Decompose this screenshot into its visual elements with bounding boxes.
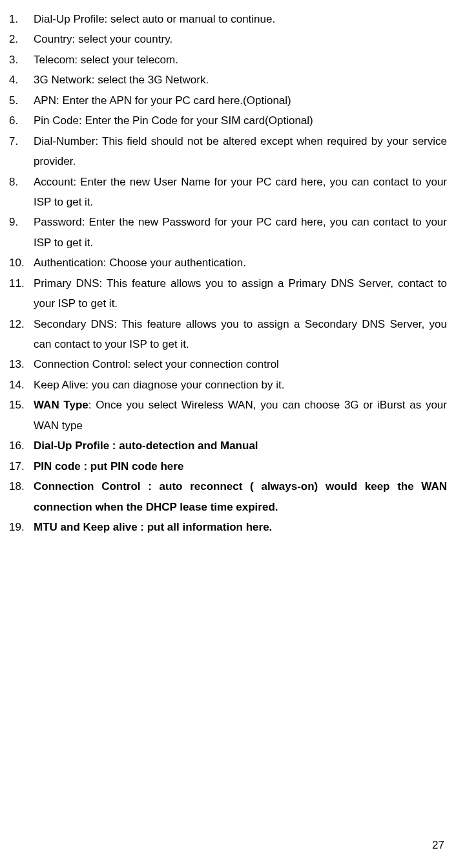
list-item: Secondary DNS: This feature allows you t… [9,314,447,355]
item-text: Country: select your country. [34,29,447,49]
item-text: Pin Code: Enter the Pin Code for your SI… [34,111,447,131]
list-item: Pin Code: Enter the Pin Code for your SI… [9,111,447,131]
item-text: Dial-Up Profile : auto-detection and Man… [34,436,447,456]
item-text: Primary DNS: This feature allows you to … [34,273,447,314]
item-text: Password: Enter the new Password for you… [34,212,447,253]
item-text: Connection Control: select your connecti… [34,354,447,374]
page-number: 27 [432,835,444,855]
wan-type-label: WAN Type [34,399,88,411]
list-item: PIN code : put PIN code here [9,456,447,476]
list-item: 3G Network: select the 3G Network. [9,70,447,90]
list-item: Primary DNS: This feature allows you to … [9,273,447,314]
item-text: PIN code : put PIN code here [34,456,447,476]
list-item: MTU and Keep alive : put all information… [9,517,447,537]
item-text: Secondary DNS: This feature allows you t… [34,314,447,355]
list-item: Dial-Up Profile: select auto or manual t… [9,9,447,29]
item-text: Dial-Up Profile: select auto or manual t… [34,9,447,29]
list-item: Connection Control : auto reconnect ( al… [9,476,447,517]
list-item: Telecom: select your telecom. [9,50,447,70]
list-item: Password: Enter the new Password for you… [9,212,447,253]
item-text: Authentication: Choose your authenticati… [34,253,447,273]
item-text: Connection Control : auto reconnect ( al… [34,476,447,517]
list-item: Account: Enter the new User Name for you… [9,172,447,213]
list-item: Dial-Up Profile : auto-detection and Man… [9,436,447,456]
list-item: APN: Enter the APN for your PC card here… [9,90,447,111]
list-item: Country: select your country. [9,29,447,49]
list-item: Dial-Number: This field should not be al… [9,131,447,172]
list-item: Authentication: Choose your authenticati… [9,253,447,273]
list-item: Connection Control: select your connecti… [9,354,447,374]
item-text: WAN Type: Once you select Wireless WAN, … [34,395,447,436]
numbered-list: Dial-Up Profile: select auto or manual t… [9,9,447,537]
item-text: Telecom: select your telecom. [34,50,447,70]
item-text: 3G Network: select the 3G Network. [34,70,447,90]
item-text: Keep Alive: you can diagnose your connec… [34,375,447,395]
list-item: Keep Alive: you can diagnose your connec… [9,375,447,395]
item-text: Account: Enter the new User Name for you… [34,172,447,213]
item-text: APN: Enter the APN for your PC card here… [34,90,447,111]
item-text: Dial-Number: This field should not be al… [34,131,447,172]
item-text: MTU and Keep alive : put all information… [34,517,447,537]
list-item: WAN Type: Once you select Wireless WAN, … [9,395,447,436]
wan-type-rest: : Once you select Wireless WAN, you can … [34,399,447,431]
